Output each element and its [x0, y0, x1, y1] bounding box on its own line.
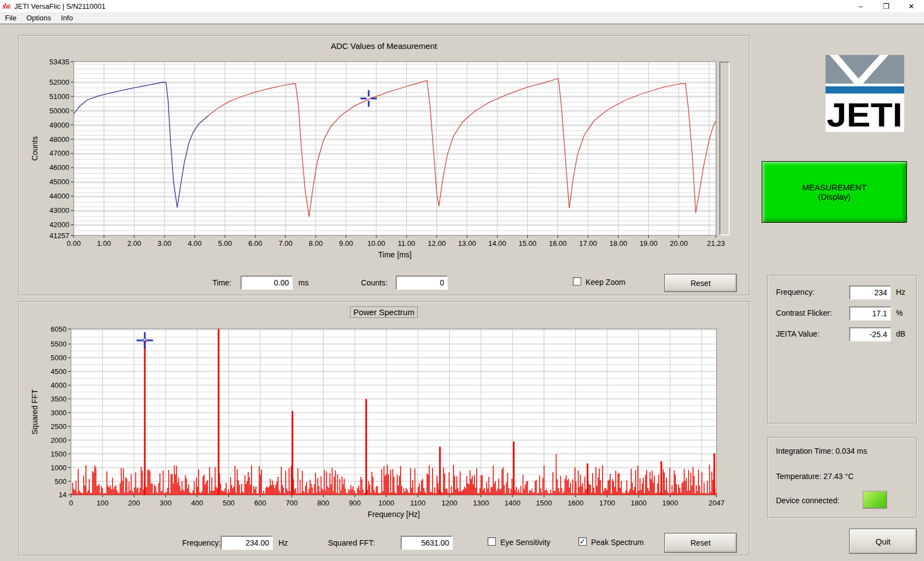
jeti-logo-text: JETI: [827, 96, 903, 132]
svg-text:1500: 1500: [51, 450, 67, 458]
svg-text:2.00: 2.00: [127, 239, 141, 248]
spectrum-chart-title-text: Power Spectrum: [350, 306, 418, 318]
adc-panel: ADC Values of Measurement 53435520005100…: [18, 35, 750, 295]
window-titlebar: JETI VersaFlic | S/N2110001 – ❐ ✕: [0, 0, 924, 12]
result-frequency-input[interactable]: [849, 285, 891, 300]
result-row-frequency: Frequency: Hz: [768, 285, 916, 300]
svg-text:48000: 48000: [50, 135, 69, 144]
eye-sensitivity-checkbox[interactable]: [488, 537, 496, 546]
adc-chart-title: ADC Values of Measurement: [19, 41, 749, 51]
svg-text:2500: 2500: [51, 422, 67, 431]
svg-text:Frequency [Hz]: Frequency [Hz]: [368, 510, 420, 519]
result-contrast-label: Contrast Flicker:: [776, 309, 832, 317]
svg-text:41257: 41257: [50, 232, 69, 240]
counts-label: Counts:: [361, 278, 387, 287]
svg-text:200: 200: [128, 499, 140, 507]
frequency-label: Frequency:: [182, 538, 221, 547]
result-contrast-input[interactable]: [849, 306, 891, 321]
measurement-button-line2: (Display): [818, 192, 850, 201]
svg-text:43000: 43000: [50, 206, 69, 215]
eye-sensitivity-label: Eye Sensitivity: [500, 538, 550, 547]
device-connected-led: [862, 491, 887, 509]
svg-text:15.00: 15.00: [518, 239, 537, 248]
svg-text:Time [ms]: Time [ms]: [378, 250, 412, 259]
svg-text:5.00: 5.00: [218, 239, 232, 248]
svg-text:42000: 42000: [50, 221, 69, 229]
svg-text:2000: 2000: [51, 436, 67, 444]
svg-text:3.00: 3.00: [157, 239, 171, 248]
measurement-display-button[interactable]: MEASUREMENT (Display): [762, 161, 907, 223]
quit-button[interactable]: Quit: [849, 529, 917, 554]
squared-fft-input[interactable]: [401, 536, 453, 550]
menu-item-options[interactable]: Options: [21, 13, 56, 23]
svg-text:800: 800: [318, 499, 330, 507]
svg-text:3500: 3500: [51, 395, 67, 403]
adc-reset-button[interactable]: Reset: [664, 274, 737, 292]
restore-button[interactable]: ❐: [873, 0, 899, 12]
svg-text:1100: 1100: [410, 499, 425, 507]
spectrum-graph[interactable]: 6050550050004500400035003000250020001500…: [29, 323, 732, 522]
adc-graph[interactable]: 5343552000510005000049000480004700046000…: [29, 56, 732, 265]
svg-text:9.00: 9.00: [339, 239, 353, 248]
svg-text:10.00: 10.00: [367, 239, 385, 248]
minimize-button[interactable]: –: [848, 0, 873, 12]
temperature-text: Temperature: 27.43 °C: [776, 472, 854, 481]
svg-text:45000: 45000: [50, 178, 69, 186]
svg-text:600: 600: [254, 499, 266, 507]
svg-text:19.00: 19.00: [639, 239, 658, 248]
svg-text:18.00: 18.00: [609, 239, 627, 248]
svg-text:Counts: Counts: [30, 136, 39, 161]
svg-text:47000: 47000: [50, 149, 69, 157]
svg-text:46000: 46000: [50, 163, 69, 172]
adc-graph-side-strip: [719, 62, 730, 235]
svg-text:1400: 1400: [505, 499, 521, 507]
svg-text:5000: 5000: [51, 354, 67, 362]
svg-text:5500: 5500: [51, 340, 67, 348]
svg-text:1800: 1800: [631, 499, 647, 507]
menu-item-info[interactable]: Info: [56, 13, 78, 23]
result-row-contrast: Contrast Flicker: %: [768, 306, 916, 321]
svg-text:1000: 1000: [51, 464, 67, 472]
frequency-input[interactable]: [221, 536, 273, 550]
result-frequency-label: Frequency:: [776, 288, 814, 296]
spectrum-reset-button[interactable]: Reset: [664, 533, 737, 553]
svg-text:20.00: 20.00: [670, 239, 688, 248]
result-frequency-unit: Hz: [896, 288, 905, 296]
time-unit: ms: [298, 278, 309, 287]
svg-text:1900: 1900: [662, 499, 678, 507]
menu-item-file[interactable]: File: [0, 13, 21, 23]
status-groupbox: Integration Time: 0.034 ms Temperature: …: [767, 437, 917, 518]
svg-text:700: 700: [286, 499, 298, 507]
svg-text:49000: 49000: [50, 121, 69, 129]
spectrum-chart-title: Power Spectrum: [19, 306, 749, 318]
counts-input[interactable]: [396, 276, 448, 290]
svg-text:21.23: 21.23: [707, 239, 725, 248]
svg-text:1200: 1200: [441, 499, 457, 507]
peak-spectrum-checkbox[interactable]: ✓: [578, 537, 587, 546]
results-groupbox: Frequency: Hz Contrast Flicker: % JEITA …: [767, 275, 917, 424]
svg-text:500: 500: [223, 499, 235, 507]
svg-text:300: 300: [160, 499, 172, 507]
svg-text:2047: 2047: [709, 499, 725, 507]
keep-zoom-checkbox[interactable]: [573, 277, 581, 285]
svg-text:13.00: 13.00: [458, 239, 476, 248]
menubar: File Options Info: [0, 12, 924, 24]
time-input[interactable]: [240, 276, 293, 290]
frequency-unit: Hz: [278, 538, 288, 547]
svg-text:11.00: 11.00: [398, 239, 415, 248]
close-button[interactable]: ✕: [899, 0, 924, 12]
result-jeita-input[interactable]: [849, 327, 891, 342]
spectrum-panel: Power Spectrum 6050550050004500400035003…: [18, 301, 750, 556]
jeti-logo: JETI: [825, 55, 904, 134]
result-row-jeita: JEITA Value: dB: [768, 327, 916, 342]
svg-text:3000: 3000: [51, 409, 67, 417]
svg-text:100: 100: [96, 499, 108, 507]
svg-text:Squared FFT: Squared FFT: [30, 389, 39, 435]
svg-text:1000: 1000: [379, 499, 395, 507]
svg-text:4500: 4500: [51, 367, 67, 376]
svg-text:400: 400: [191, 499, 203, 507]
svg-text:6.00: 6.00: [248, 239, 262, 248]
result-jeita-unit: dB: [896, 329, 905, 338]
svg-text:6050: 6050: [51, 325, 67, 333]
svg-text:17.00: 17.00: [579, 239, 597, 248]
